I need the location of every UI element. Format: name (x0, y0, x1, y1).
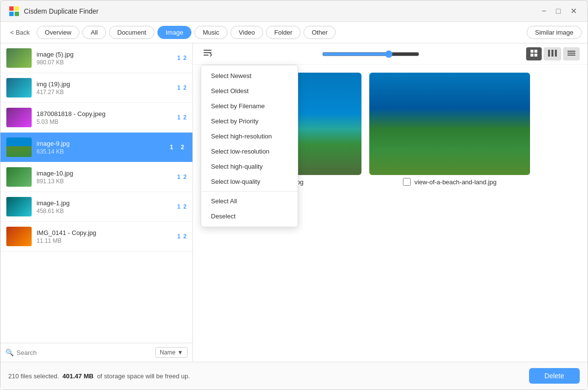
status-text: 210 files selected. 401.47 MB of storage… (8, 372, 190, 380)
svg-rect-8 (534, 50, 537, 53)
file-name: image-1.jpg (37, 199, 173, 207)
filmstrip-view-button[interactable] (544, 47, 561, 60)
file-name: 1870081818 - Copy.jpeg (37, 110, 173, 117)
dropdown-item-select-low-resolution[interactable]: Select low-resolution (201, 144, 298, 159)
file-badges: 1 2 (177, 233, 187, 240)
file-thumbnail (6, 167, 32, 187)
tab-music[interactable]: Music (194, 26, 228, 39)
tab-overview[interactable]: Overview (37, 26, 79, 39)
badge-1: 1 (177, 84, 181, 91)
file-name: image (5).jpg (37, 51, 173, 58)
file-thumbnail (6, 227, 32, 246)
select-menu-button[interactable] (201, 47, 215, 60)
list-item[interactable]: image (5).jpg 980.07 KB 1 2 (0, 43, 192, 73)
badge-2: 2 (183, 55, 187, 61)
svg-rect-13 (555, 50, 557, 57)
tab-video[interactable]: Video (230, 26, 263, 39)
file-info: image (5).jpg 980.07 KB (37, 51, 173, 66)
badge-2: 2 (183, 114, 187, 121)
file-thumbnail (6, 137, 32, 157)
status-size: 401.47 MB (62, 372, 94, 380)
tab-document[interactable]: Document (109, 26, 154, 39)
back-button[interactable]: < Back (6, 27, 34, 38)
badge-2: 2 (183, 174, 187, 180)
file-badges: 1 2 (168, 143, 187, 151)
list-item[interactable]: image-1.jpg 458.61 KB 1 2 (0, 192, 192, 222)
badge-2: 2 (183, 203, 187, 210)
svg-rect-3 (15, 12, 19, 16)
app-icon (8, 5, 20, 17)
dropdown-item-select-oldest[interactable]: Select Oldest (201, 83, 298, 98)
tab-all[interactable]: All (82, 26, 106, 39)
dropdown-item-select-by-priority[interactable]: Select by Priority (201, 114, 298, 129)
dropdown-item-select-all[interactable]: Select All (201, 194, 298, 209)
file-info: IMG_0141 - Copy.jpg 11.11 MB (37, 229, 173, 244)
tab-image[interactable]: Image (157, 26, 191, 39)
file-info: image-9.jpg 635.14 KB (37, 140, 164, 155)
size-slider[interactable] (322, 50, 419, 58)
list-item[interactable]: img (19).jpg 417.27 KB 1 2 (0, 73, 192, 103)
file-info: image-1.jpg 458.61 KB (37, 199, 173, 214)
dropdown-item-select-by-filename[interactable]: Select by Filename (201, 98, 298, 114)
file-badges: 1 2 (177, 84, 187, 91)
file-size: 635.14 KB (37, 148, 164, 155)
list-item[interactable]: image-9.jpg 635.14 KB 1 2 (0, 133, 192, 162)
file-badges: 1 2 (177, 174, 187, 180)
slider-container (221, 50, 520, 58)
file-info: 1870081818 - Copy.jpeg 5.03 MB (37, 110, 173, 125)
status-count: 210 files selected. (8, 372, 59, 380)
search-input[interactable] (17, 349, 152, 356)
file-list: image (5).jpg 980.07 KB 1 2 img (19).jpg… (0, 43, 192, 343)
list-item[interactable]: 1870081818 - Copy.jpeg 5.03 MB 1 2 (0, 103, 192, 133)
image-name-2: view-of-a-beach-and-land.jpg (415, 178, 496, 186)
list-view-button[interactable] (563, 47, 580, 60)
dropdown-item-select-low-quality[interactable]: Select low-quality (201, 174, 298, 189)
dropdown-divider (201, 191, 298, 192)
badge-2: 2 (178, 143, 187, 151)
tab-folder[interactable]: Folder (266, 26, 301, 39)
dropdown-item-deselect[interactable]: Deselect (201, 209, 298, 224)
file-badges: 1 2 (177, 55, 187, 61)
file-name: image-9.jpg (37, 140, 164, 147)
file-info: image-10.jpg 891.13 KB (37, 170, 173, 185)
maximize-button[interactable]: □ (553, 4, 564, 18)
app-window: Cisdem Duplicate Finder − □ ✕ < Back Ove… (0, 0, 588, 390)
delete-button[interactable]: Delete (529, 368, 580, 384)
badge-2: 2 (183, 84, 187, 91)
dropdown-item-select-newest[interactable]: Select Newest (201, 68, 298, 83)
file-name: img (19).jpg (37, 80, 173, 88)
badge-2: 2 (183, 233, 187, 240)
svg-rect-1 (15, 6, 19, 11)
list-item[interactable]: image-10.jpg 891.13 KB 1 2 (0, 162, 192, 192)
svg-rect-10 (534, 54, 537, 57)
dropdown-item-select-high-resolution[interactable]: Select high-resolution (201, 129, 298, 144)
file-size: 980.07 KB (37, 59, 173, 66)
sort-dropdown[interactable]: Name ▼ (155, 347, 188, 358)
badge-1: 1 (177, 174, 181, 180)
dropdown-item-select-high-quality[interactable]: Select high-quality (201, 159, 298, 174)
file-size: 458.61 KB (37, 208, 173, 214)
list-item[interactable]: IMG_0141 - Copy.jpg 11.11 MB 1 2 (0, 222, 192, 252)
grid-view-button[interactable] (526, 47, 542, 60)
svg-rect-7 (531, 50, 533, 53)
minimize-button[interactable]: − (539, 4, 549, 18)
file-info: img (19).jpg 417.27 KB (37, 80, 173, 96)
status-bar: 210 files selected. 401.47 MB of storage… (0, 362, 588, 390)
file-size: 891.13 KB (37, 178, 173, 185)
tab-other[interactable]: Other (303, 26, 336, 39)
grid-icon (530, 49, 538, 57)
filmstrip-icon (548, 49, 557, 57)
file-thumbnail (6, 108, 32, 127)
window-controls: − □ ✕ (539, 4, 580, 18)
select-lines-icon (203, 48, 213, 57)
badge-1: 1 (177, 203, 181, 210)
badge-1: 1 (168, 143, 176, 151)
file-badges: 1 2 (177, 114, 187, 121)
file-size: 5.03 MB (37, 118, 173, 125)
similar-image-button[interactable]: Similar image (527, 26, 582, 39)
right-panel: Select Newest Select Oldest Select by Fi… (193, 43, 588, 362)
search-icon: 🔍 (5, 349, 14, 356)
svg-rect-2 (9, 12, 14, 16)
image-checkbox-2[interactable] (403, 178, 411, 186)
close-button[interactable]: ✕ (568, 4, 580, 18)
